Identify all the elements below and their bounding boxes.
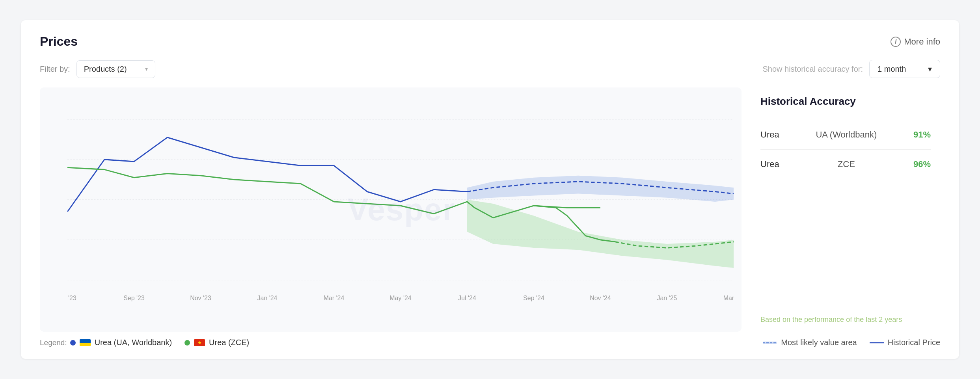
header-row: Prices i More info: [40, 34, 940, 49]
legend-item-ua: Urea (UA, Worldbank): [70, 338, 172, 347]
legend-dot-ua: [70, 340, 76, 346]
acc-product-2: Urea: [760, 159, 779, 169]
chart-svg: 400 350 300 250 200 Jul '23 Sep '23 Nov …: [67, 99, 734, 308]
legend-historical: Historical Price: [870, 338, 940, 347]
accuracy-dropdown-value: 1 month: [878, 65, 906, 74]
acc-product-1: Urea: [760, 130, 779, 140]
main-card: Prices i More info Filter by: Products (…: [21, 20, 959, 359]
sidebar-title: Historical Accuracy: [760, 95, 931, 108]
svg-text:May '24: May '24: [389, 294, 411, 302]
svg-text:Nov '23: Nov '23: [190, 294, 211, 302]
products-dropdown[interactable]: Products (2) ▾: [76, 60, 155, 78]
accuracy-group: Show historical accuracy for: 1 month ▾: [762, 60, 940, 78]
most-likely-icon: [763, 339, 777, 346]
info-icon: i: [891, 37, 901, 47]
main-content: Vesper 400 350 300 250 200 Jul '23 Sep '…: [40, 87, 940, 332]
blue-historical-line: [67, 137, 467, 212]
svg-text:Sep '24: Sep '24: [523, 294, 544, 302]
sidebar: Historical Accuracy Urea UA (Worldbank) …: [751, 87, 940, 332]
legend-label: Legend:: [40, 338, 67, 347]
legend-most-likely-label: Most likely value area: [781, 338, 857, 347]
acc-source-1: UA (Worldbank): [816, 130, 877, 140]
green-forecast-band: [467, 200, 734, 268]
acc-value-1: 91%: [913, 130, 931, 140]
legend-left: Legend: Urea (UA, Worldbank) ★ Urea (ZCE…: [40, 338, 249, 347]
chevron-down-icon-2: ▾: [928, 64, 932, 74]
more-info-button[interactable]: i More info: [891, 37, 940, 47]
blue-forecast-band: [467, 176, 734, 202]
historical-price-icon: [870, 339, 884, 346]
svg-text:Jan '25: Jan '25: [657, 294, 677, 302]
more-info-label: More info: [904, 37, 940, 47]
svg-text:Nov '24: Nov '24: [590, 294, 611, 302]
acc-source-2: ZCE: [838, 159, 855, 169]
flag-china: ★: [194, 339, 205, 346]
legend-row: Legend: Urea (UA, Worldbank) ★ Urea (ZCE…: [40, 338, 940, 347]
svg-text:Mar '25: Mar '25: [723, 294, 734, 302]
chart-area: Vesper 400 350 300 250 200 Jul '23 Sep '…: [40, 87, 742, 332]
footnote: Based on the performance of the last 2 y…: [760, 308, 931, 324]
legend-right: Most likely value area Historical Price: [763, 338, 940, 347]
svg-text:Mar '24: Mar '24: [324, 294, 345, 302]
products-dropdown-value: Products (2): [84, 65, 127, 74]
accuracy-row-1: Urea UA (Worldbank) 91%: [760, 120, 931, 150]
chevron-down-icon: ▾: [145, 66, 148, 72]
accuracy-label: Show historical accuracy for:: [762, 65, 863, 74]
svg-text:Jul '23: Jul '23: [67, 294, 76, 302]
svg-text:Sep '23: Sep '23: [123, 294, 145, 302]
legend-label-zce: Urea (ZCE): [209, 338, 249, 347]
legend-item-zce: ★ Urea (ZCE): [184, 338, 249, 347]
legend-most-likely: Most likely value area: [763, 338, 857, 347]
svg-text:Jan '24: Jan '24: [257, 294, 278, 302]
legend-historical-label: Historical Price: [888, 338, 940, 347]
legend-label-ua: Urea (UA, Worldbank): [95, 338, 172, 347]
filter-label: Filter by:: [40, 65, 70, 74]
flag-ukraine: [80, 339, 91, 346]
acc-value-2: 96%: [913, 159, 931, 169]
page-title: Prices: [40, 34, 78, 49]
controls-row: Filter by: Products (2) ▾ Show historica…: [40, 60, 940, 78]
filter-group: Filter by: Products (2) ▾: [40, 60, 155, 78]
legend-dot-zce: [184, 340, 190, 346]
svg-text:Jul '24: Jul '24: [458, 294, 476, 302]
accuracy-dropdown[interactable]: 1 month ▾: [869, 60, 940, 78]
legend-items: Urea (UA, Worldbank) ★ Urea (ZCE): [70, 338, 250, 347]
accuracy-row-2: Urea ZCE 96%: [760, 150, 931, 179]
